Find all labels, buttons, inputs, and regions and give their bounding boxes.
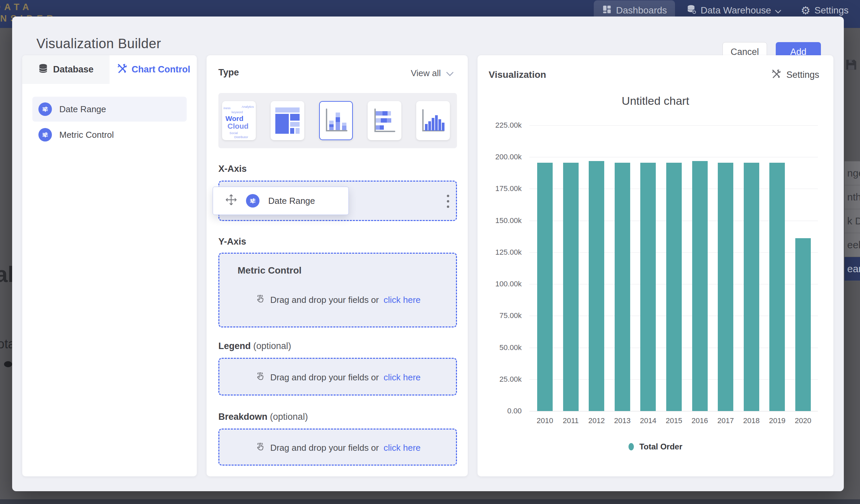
field-item-date-range[interactable]: Date Range bbox=[32, 97, 187, 121]
bar-chart-plot: 225.00k200.00k175.00k150.00k125.00k100.0… bbox=[529, 125, 818, 411]
y-axis-tick-label: 100.00k bbox=[481, 279, 522, 288]
y-axis-tick-label: 150.00k bbox=[481, 216, 522, 225]
kebab-menu-icon[interactable] bbox=[447, 195, 450, 208]
click-here-link[interactable]: click here bbox=[384, 443, 420, 453]
chart-legend: Total Order bbox=[477, 442, 833, 451]
legend-marker bbox=[629, 443, 634, 450]
tab-chart-control[interactable]: Chart Control bbox=[110, 55, 197, 84]
background-menu-item: ear bbox=[845, 257, 860, 281]
background-bullet bbox=[4, 361, 12, 367]
chart-bar-2012 bbox=[589, 161, 604, 411]
background-menu-item: k Date bbox=[845, 209, 860, 233]
background-menu-item: nge bbox=[845, 161, 860, 185]
chart-bar-2020 bbox=[795, 238, 811, 411]
field-item-label: Date Range bbox=[59, 104, 106, 115]
tools-icon bbox=[116, 63, 127, 76]
date-range-drag-card[interactable]: Date Range bbox=[213, 187, 349, 215]
type-heading: Type bbox=[218, 67, 239, 78]
view-all-dropdown[interactable]: View all bbox=[411, 68, 454, 78]
settings-button[interactable]: Settings bbox=[771, 69, 819, 81]
gridline bbox=[529, 125, 818, 126]
hand-click-icon bbox=[255, 293, 266, 306]
background-page-text-fragment: al bbox=[0, 261, 14, 287]
tab-label: Database bbox=[53, 64, 94, 75]
settings-tools-icon bbox=[771, 69, 781, 81]
legend-label: Total Order bbox=[639, 442, 683, 451]
chevron-down-icon bbox=[446, 68, 454, 78]
legend-dropzone[interactable]: Drag and drop your fields or click here bbox=[218, 358, 457, 395]
builder-panel: Type View all inessAnalyticskeywordWordC… bbox=[206, 55, 468, 476]
y-axis-tick-label: 125.00k bbox=[481, 248, 522, 257]
click-here-link[interactable]: click here bbox=[384, 372, 420, 383]
x-axis-heading: X-Axis bbox=[218, 164, 247, 174]
y-axis-tick-label: 225.00k bbox=[481, 121, 522, 130]
chart-type-card-stacked-bar[interactable] bbox=[368, 101, 401, 140]
gridline bbox=[529, 157, 818, 157]
chart-bar-2018 bbox=[744, 163, 759, 411]
nav-item-label: Settings bbox=[815, 5, 848, 16]
y-axis-tick-label: 175.00k bbox=[481, 184, 522, 193]
drop-placeholder-text: Drag and drop your fields or bbox=[270, 295, 379, 305]
drag-card-label: Date Range bbox=[268, 196, 315, 206]
y-axis-heading: Y-Axis bbox=[218, 236, 246, 247]
chart-type-card-column[interactable] bbox=[416, 101, 450, 140]
chart-type-strip: inessAnalyticskeywordWordCloudSocialDist… bbox=[218, 93, 457, 148]
tab-label: Chart Control bbox=[132, 64, 190, 75]
nav-item-label: Data Warehouse bbox=[701, 5, 771, 16]
y-axis-group-label: Metric Control bbox=[238, 265, 302, 276]
chart-type-card-treemap[interactable] bbox=[271, 101, 304, 140]
drop-placeholder: Drag and drop your fields or click here bbox=[219, 371, 456, 384]
logo-line-1: DATA bbox=[0, 1, 57, 13]
database-icon bbox=[38, 63, 48, 76]
background-bottom-bar bbox=[0, 499, 860, 504]
control-sliders-icon bbox=[39, 128, 52, 142]
visualization-builder-modal: Visualization Builder Cancel Add Databas… bbox=[12, 16, 844, 491]
y-axis-tick-label: 25.00k bbox=[481, 375, 522, 384]
breakdown-heading: Breakdown (optional) bbox=[218, 412, 308, 422]
chart-bar-2016 bbox=[692, 161, 708, 411]
field-item-label: Metric Control bbox=[59, 130, 114, 140]
drop-placeholder-text: Drag and drop your fields or bbox=[270, 372, 379, 383]
click-here-link[interactable]: click here bbox=[384, 295, 420, 305]
visualization-panel: Visualization Settings Untitled chart 22… bbox=[477, 55, 833, 476]
y-axis-tick-label: 50.00k bbox=[481, 343, 522, 352]
background-menu-item: nthly bbox=[845, 185, 860, 209]
chart-type-card-word-cloud[interactable]: inessAnalyticskeywordWordCloudSocialDist… bbox=[222, 101, 256, 140]
chart-type-card-stacked-column[interactable] bbox=[319, 101, 353, 140]
background-menu-item: eekly bbox=[845, 233, 860, 257]
legend-heading: Legend (optional) bbox=[218, 341, 291, 351]
breakdown-dropzone[interactable]: Drag and drop your fields or click here bbox=[218, 429, 457, 465]
y-axis-tick-label: 200.00k bbox=[481, 153, 522, 161]
fields-panel-tabs: Database Chart Control bbox=[22, 55, 197, 84]
x-axis-label: 2020 bbox=[788, 416, 818, 425]
control-field-list: Date Range Metric Control bbox=[22, 97, 197, 147]
control-sliders-icon bbox=[246, 194, 259, 207]
chart-bar-2011 bbox=[563, 163, 578, 411]
database-icon bbox=[686, 4, 697, 17]
chevron-down-icon bbox=[775, 5, 781, 16]
background-dropdown-menu: ngenthlyk Dateeeklyear bbox=[845, 161, 860, 281]
hand-click-icon bbox=[255, 441, 266, 455]
save-icon bbox=[844, 57, 859, 73]
chart-bar-2019 bbox=[769, 163, 785, 411]
drop-placeholder: Drag and drop your fields or click here bbox=[219, 441, 456, 455]
chart-bar-2017 bbox=[718, 163, 733, 411]
y-axis-dropzone[interactable]: Metric Control Drag and drop your fields… bbox=[218, 253, 457, 328]
modal-title: Visualization Builder bbox=[37, 36, 161, 51]
tab-database[interactable]: Database bbox=[22, 55, 110, 84]
chart-bar-2010 bbox=[537, 163, 553, 411]
drop-placeholder-text: Drag and drop your fields or bbox=[270, 443, 379, 453]
dashboards-grid-icon bbox=[602, 4, 612, 17]
drop-placeholder: Drag and drop your fields or click here bbox=[219, 293, 456, 306]
chart-bar-2015 bbox=[666, 163, 682, 411]
chart-title: Untitled chart bbox=[477, 94, 833, 107]
gear-icon: ⚙ bbox=[801, 5, 811, 15]
move-icon bbox=[225, 194, 237, 208]
control-sliders-icon bbox=[39, 102, 52, 116]
view-all-label: View all bbox=[411, 68, 441, 78]
chart-bar-2013 bbox=[615, 163, 630, 411]
y-axis-tick-label: 75.00k bbox=[481, 311, 522, 320]
field-item-metric-control[interactable]: Metric Control bbox=[32, 122, 187, 147]
fields-panel: Database Chart Control Date Range Met bbox=[22, 55, 197, 476]
hand-click-icon bbox=[255, 371, 266, 384]
